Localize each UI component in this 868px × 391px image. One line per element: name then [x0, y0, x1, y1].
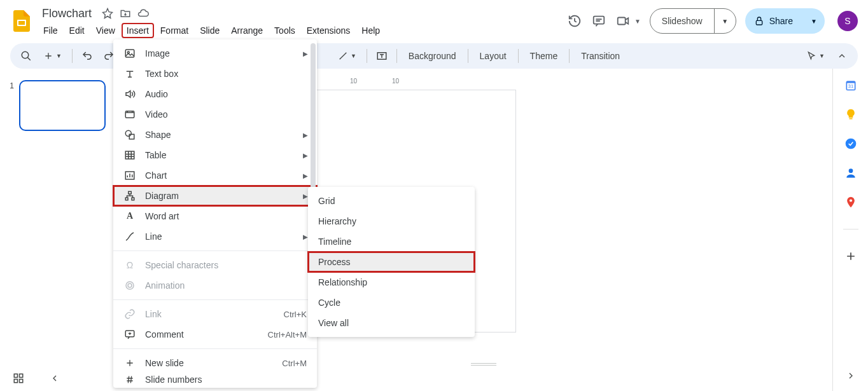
cloud-status-icon[interactable]	[137, 8, 149, 19]
tasks-icon[interactable]	[844, 137, 857, 150]
filmstrip: 1	[0, 69, 115, 391]
add-addon-icon[interactable]	[844, 250, 857, 263]
diagram-cycle[interactable]: Cycle	[308, 292, 475, 313]
undo-button[interactable]	[78, 46, 97, 65]
transition-button[interactable]: Transition	[575, 51, 626, 61]
comment-icon	[123, 329, 136, 340]
text-box-tool[interactable]	[372, 46, 391, 65]
animation-icon	[123, 280, 136, 291]
submenu-arrow-icon: ▶	[303, 152, 308, 159]
svg-point-12	[848, 168, 853, 173]
grid-view-icon[interactable]	[13, 373, 24, 386]
hide-panel-icon[interactable]	[844, 369, 857, 382]
insert-textbox[interactable]: Text box	[113, 64, 317, 84]
line-tool[interactable]: ▼	[333, 46, 361, 65]
insert-audio[interactable]: Audio	[113, 84, 317, 104]
slideshow-dropdown[interactable]: ▼	[714, 9, 736, 33]
account-avatar[interactable]: S	[837, 11, 858, 31]
keep-icon[interactable]	[844, 108, 857, 121]
slides-logo[interactable]	[10, 10, 33, 32]
diagram-relationship[interactable]: Relationship	[308, 272, 475, 292]
share-button[interactable]: Share ▼	[745, 8, 825, 34]
table-icon	[123, 149, 136, 161]
menu-format[interactable]: Format	[155, 23, 193, 38]
diagram-view-all[interactable]: View all	[308, 313, 475, 333]
slide-number: 1	[6, 80, 14, 131]
image-icon	[123, 48, 136, 59]
menu-view[interactable]: View	[91, 23, 120, 38]
menu-edit[interactable]: Edit	[64, 23, 90, 38]
submenu-arrow-icon: ▶	[303, 233, 308, 240]
document-title[interactable]: Flowchart	[38, 6, 95, 22]
shape-icon	[123, 129, 136, 141]
chart-icon	[123, 170, 136, 181]
svg-point-13	[849, 199, 851, 202]
submenu-arrow-icon: ▶	[303, 50, 308, 57]
menu-file[interactable]: File	[38, 23, 63, 38]
diagram-process[interactable]: Process	[308, 252, 475, 272]
contacts-icon[interactable]	[844, 167, 857, 179]
menu-tools[interactable]: Tools	[269, 23, 300, 38]
insert-link: LinkCtrl+K	[113, 304, 317, 324]
insert-slide-numbers[interactable]: Slide numbers	[113, 373, 317, 386]
menu-insert[interactable]: Insert	[122, 23, 154, 38]
diagram-hierarchy[interactable]: Hierarchy	[308, 211, 475, 231]
background-button[interactable]: Background	[402, 51, 463, 61]
comments-icon[interactable]	[591, 13, 606, 29]
textbox-icon	[123, 68, 136, 79]
insert-shape[interactable]: Shape▶	[113, 125, 317, 145]
share-dropdown[interactable]: ▼	[803, 8, 825, 34]
maps-icon[interactable]	[844, 196, 857, 209]
plus-icon	[123, 358, 136, 368]
svg-rect-25	[129, 191, 132, 194]
insert-special-chars: ΩSpecial characters	[113, 255, 317, 275]
insert-animation: Animation	[113, 275, 317, 296]
menu-arrange[interactable]: Arrange	[226, 23, 268, 38]
menu-slide[interactable]: Slide	[195, 23, 225, 38]
svg-rect-27	[132, 198, 134, 200]
history-icon[interactable]	[567, 13, 582, 29]
side-panel: 31	[832, 69, 868, 391]
slideshow-button[interactable]: Slideshow ▼	[650, 8, 736, 34]
link-icon	[123, 308, 136, 320]
slide-thumbnail[interactable]	[19, 80, 106, 131]
prev-slide-icon[interactable]	[50, 373, 60, 385]
svg-rect-16	[14, 380, 17, 383]
insert-chart[interactable]: Chart▶	[113, 165, 317, 186]
svg-rect-3	[618, 18, 626, 25]
cursor-mode[interactable]: ▼	[801, 46, 830, 65]
collapse-toolbar-icon[interactable]	[832, 46, 851, 65]
svg-rect-4	[756, 20, 762, 25]
svg-rect-2	[594, 17, 605, 24]
calendar-icon[interactable]: 31	[844, 79, 857, 92]
menu-help[interactable]: Help	[356, 23, 385, 38]
lock-icon	[754, 16, 764, 26]
insert-image[interactable]: Image▶	[113, 43, 317, 64]
insert-line[interactable]: Line▶	[113, 226, 317, 247]
svg-point-28	[128, 284, 132, 287]
svg-rect-1	[18, 21, 25, 25]
speaker-notes-handle[interactable]	[471, 363, 496, 366]
insert-table[interactable]: Table▶	[113, 145, 317, 165]
chevron-down-icon[interactable]: ▼	[634, 18, 641, 25]
submenu-arrow-icon: ▶	[303, 172, 308, 179]
insert-comment[interactable]: CommentCtrl+Alt+M	[113, 324, 317, 345]
move-folder-icon[interactable]	[120, 8, 131, 19]
diagram-grid[interactable]: Grid	[308, 191, 475, 211]
svg-rect-23	[125, 151, 134, 159]
insert-diagram[interactable]: Diagram▶	[113, 186, 317, 206]
star-icon[interactable]	[102, 8, 113, 19]
insert-video[interactable]: Video	[113, 104, 317, 125]
search-icon[interactable]	[17, 46, 36, 65]
omega-icon: Ω	[123, 260, 136, 270]
svg-rect-17	[20, 380, 23, 383]
insert-wordart[interactable]: AWord art	[113, 206, 317, 226]
new-slide-button[interactable]: ▼	[38, 46, 67, 65]
diagram-timeline[interactable]: Timeline	[308, 231, 475, 252]
insert-new-slide[interactable]: New slideCtrl+M	[113, 353, 317, 373]
menu-extensions[interactable]: Extensions	[302, 23, 355, 38]
meet-icon[interactable]	[615, 13, 631, 29]
theme-button[interactable]: Theme	[524, 51, 564, 61]
layout-button[interactable]: Layout	[473, 51, 513, 61]
svg-rect-10	[849, 118, 852, 120]
